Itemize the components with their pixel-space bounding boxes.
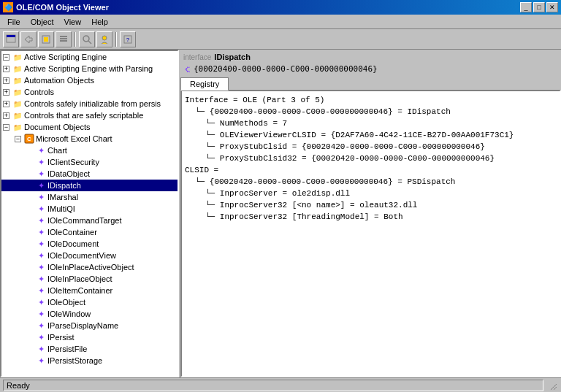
tree-item-label: IDispatch <box>47 181 81 190</box>
menu-view[interactable]: View <box>60 16 86 28</box>
toolbar-btn-5[interactable] <box>79 31 95 47</box>
tree-item-document-objects[interactable]: −📁Document Objects <box>1 121 178 133</box>
content-line: └─ ProxyStubClsid = {00020420-0000-0000-… <box>185 141 557 153</box>
tree-item-ioledocument[interactable]: ✦IOleDocument <box>1 238 178 250</box>
toolbar-btn-2[interactable] <box>20 31 37 47</box>
tree-item-ipersist[interactable]: ✦IPersist <box>1 331 178 343</box>
expand-icon[interactable]: + <box>3 101 9 107</box>
menu-help[interactable]: Help <box>87 16 112 28</box>
svg-line-16 <box>554 387 557 390</box>
interface-icon: ✦ <box>36 157 46 167</box>
tree-item-iolewindow[interactable]: ✦IOleWindow <box>1 308 178 320</box>
interface-icon: ✦ <box>36 320 46 331</box>
tree-item-active-scripting-parsing[interactable]: +📁Active Scripting Engine with Parsing <box>1 63 178 74</box>
tree-item-label: Active Scripting Engine with Parsing <box>24 64 153 73</box>
tree-item-iolecommandtarget[interactable]: ✦IOleCommandTarget <box>1 215 178 226</box>
tree-item-ioleinplaceactiveobject[interactable]: ✦IOleInPlaceActiveObject <box>1 261 178 273</box>
maximize-button[interactable]: □ <box>533 2 545 12</box>
tree-item-label: Controls <box>24 88 54 96</box>
tree-item-iolecontainer[interactable]: ✦IOleContainer <box>1 226 178 238</box>
tab-bar: Registry <box>180 75 561 90</box>
menu-file[interactable]: File <box>3 16 25 28</box>
toolbar-btn-4[interactable] <box>56 31 72 47</box>
tree-item-iparsedisplayname[interactable]: ✦IParseDisplayName <box>1 320 178 331</box>
menu-object[interactable]: Object <box>26 16 58 28</box>
tree-item-chart[interactable]: ✦Chart <box>1 145 178 156</box>
tree-item-controls-safe-script[interactable]: +📁Controls that are safely scriptable <box>1 109 178 121</box>
interface-icon: ✦ <box>36 274 46 284</box>
interface-name-display: IDispatch <box>214 53 251 61</box>
svg-line-15 <box>551 384 557 390</box>
interface-label: interface <box>183 53 211 61</box>
tab-registry[interactable]: Registry <box>180 77 229 91</box>
content-area: Interface = OLE (Part 3 of 5)└─ {0002040… <box>180 90 561 377</box>
tree-item-ioledocumentview[interactable]: ✦IOleDocumentView <box>1 250 178 261</box>
right-panel: interface IDispatch ⦓ {00020400-0000-000… <box>180 50 561 377</box>
svg-rect-6 <box>60 38 67 39</box>
svg-text:C: C <box>27 136 31 142</box>
interface-icon: ✦ <box>36 145 46 155</box>
expand-icon[interactable]: − <box>3 54 9 61</box>
tree-item-controls[interactable]: +📁Controls <box>1 86 178 98</box>
tree-panel[interactable]: −📁Active Scripting Engine+📁Active Script… <box>0 50 179 377</box>
tree-item-imultiqi[interactable]: ✦IMultiQI <box>1 203 178 215</box>
tree-item-ipersiststorage[interactable]: ✦IPersistStorage <box>1 355 178 366</box>
expand-icon[interactable]: + <box>3 89 9 96</box>
title-bar: 🔷 OLE/COM Object Viewer _ □ ✕ <box>0 0 561 15</box>
tree-item-ioleinplaceobject[interactable]: ✦IOleInPlaceObject <box>1 273 178 285</box>
tree-item-label: Chart <box>47 146 67 155</box>
interface-icon: ✦ <box>36 344 46 354</box>
tree-item-imarshal[interactable]: ✦IMarshal <box>1 191 178 203</box>
tree-item-active-scripting[interactable]: −📁Active Scripting Engine <box>1 51 178 63</box>
tree-item-iclientsecurity[interactable]: ✦IClientSecurity <box>1 156 178 168</box>
expand-icon[interactable]: − <box>3 124 9 131</box>
toolbar-btn-1[interactable] <box>3 31 19 47</box>
interface-icon: ✦ <box>36 215 46 226</box>
folder-icon: 📁 <box>12 75 23 85</box>
expand-icon[interactable]: + <box>3 112 9 119</box>
toolbar-sep-1 <box>75 32 76 47</box>
interface-icon: ✦ <box>36 332 46 342</box>
expand-icon[interactable]: + <box>3 77 9 84</box>
tree-item-ms-excel-chart[interactable]: −CMicrosoft Excel Chart <box>1 133 178 145</box>
content-line: └─ InprocServer32 [<no name>] = oleaut32… <box>185 199 557 211</box>
svg-marker-2 <box>25 36 32 43</box>
toolbar-btn-6[interactable] <box>96 31 112 47</box>
tree-item-ioleobject[interactable]: ✦IOleObject <box>1 296 178 308</box>
tree-item-ipersistfile[interactable]: ✦IPersistFile <box>1 343 178 355</box>
tree-item-idataobject[interactable]: ✦IDataObject <box>1 168 178 180</box>
tree-item-label: Controls that are safely scriptable <box>24 111 143 120</box>
content-line: └─ InprocServer32 [ThreadingModel] = Bot… <box>185 211 557 223</box>
tree-item-label: IOleCommandTarget <box>47 216 122 225</box>
window-title: OLE/COM Object Viewer <box>16 3 109 12</box>
toolbar-btn-3[interactable] <box>38 31 54 47</box>
toolbar-btn-7[interactable]: ? <box>120 31 136 47</box>
minimize-button[interactable]: _ <box>520 2 532 12</box>
tree-item-label: IOleInPlaceObject <box>47 274 112 283</box>
toolbar: ? <box>0 29 561 50</box>
svg-line-9 <box>88 41 91 44</box>
tree-item-controls-safe-init[interactable]: +📁Controls safely initializable from per… <box>1 98 178 109</box>
tree-item-label: IPersist <box>47 333 75 342</box>
tree-item-ioleitemcontainer[interactable]: ✦IOleItemContainer <box>1 285 178 296</box>
interface-icon: ✦ <box>36 169 46 179</box>
tree-item-label: IPersistFile <box>47 345 87 353</box>
tree-item-label: IPersistStorage <box>47 356 102 365</box>
content-line: Interface = OLE (Part 3 of 5) <box>185 94 557 106</box>
content-line: └─ OLEViewerViewerCLSID = {D2AF7A60-4C42… <box>185 129 557 141</box>
folder-icon: 📁 <box>12 122 23 132</box>
expand-icon[interactable]: + <box>3 66 9 72</box>
tree-item-label: IOleItemContainer <box>47 286 112 295</box>
close-button[interactable]: ✕ <box>546 2 558 12</box>
content-line: CLSID = <box>185 164 557 176</box>
interface-icon: ✦ <box>36 285 46 296</box>
interface-header: interface IDispatch <box>180 50 561 64</box>
content-line: └─ {00020420-0000-0000-C000-000000000046… <box>185 176 557 188</box>
tree-item-automation-objects[interactable]: +📁Automation Objects <box>1 74 178 86</box>
tree-item-label: IOleObject <box>47 298 85 307</box>
tree-item-idispatch[interactable]: ✦IDispatch <box>1 180 178 191</box>
tree-item-label: IOleDocument <box>47 239 99 248</box>
folder-icon: 📁 <box>12 52 23 62</box>
expand-icon[interactable]: − <box>15 136 21 142</box>
tree-item-label: IMultiQI <box>47 204 75 213</box>
